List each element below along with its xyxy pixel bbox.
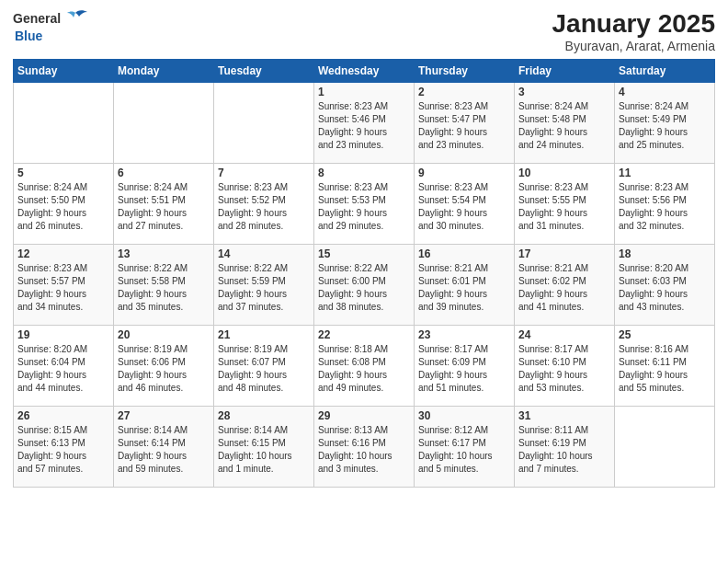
table-row: 22Sunrise: 8:18 AM Sunset: 6:08 PM Dayli… (314, 326, 415, 407)
table-row: 26Sunrise: 8:15 AM Sunset: 6:13 PM Dayli… (14, 407, 114, 488)
calendar-subtitle: Byuravan, Ararat, Armenia (552, 39, 715, 53)
day-info: Sunrise: 8:23 AM Sunset: 5:54 PM Dayligh… (418, 181, 510, 233)
day-number: 31 (518, 409, 610, 422)
day-number: 3 (518, 86, 610, 98)
day-info: Sunrise: 8:18 AM Sunset: 6:08 PM Dayligh… (318, 343, 410, 395)
table-row: 2Sunrise: 8:23 AM Sunset: 5:47 PM Daylig… (415, 83, 515, 164)
day-number: 1 (318, 86, 410, 98)
table-row (14, 83, 114, 164)
table-row: 24Sunrise: 8:17 AM Sunset: 6:10 PM Dayli… (515, 326, 615, 407)
table-row: 14Sunrise: 8:22 AM Sunset: 5:59 PM Dayli… (214, 245, 314, 326)
day-info: Sunrise: 8:22 AM Sunset: 5:59 PM Dayligh… (218, 262, 310, 314)
logo-blue: Blue (15, 29, 42, 43)
title-block: January 2025 Byuravan, Ararat, Armenia (552, 9, 715, 53)
table-row (615, 407, 715, 488)
day-info: Sunrise: 8:19 AM Sunset: 6:06 PM Dayligh… (118, 343, 210, 395)
table-row (214, 83, 314, 164)
day-info: Sunrise: 8:21 AM Sunset: 6:02 PM Dayligh… (518, 262, 610, 314)
header-sunday: Sunday (14, 60, 114, 83)
day-info: Sunrise: 8:23 AM Sunset: 5:55 PM Dayligh… (518, 181, 610, 233)
day-info: Sunrise: 8:24 AM Sunset: 5:49 PM Dayligh… (619, 100, 711, 152)
table-row: 31Sunrise: 8:11 AM Sunset: 6:19 PM Dayli… (515, 407, 615, 488)
day-number: 6 (118, 167, 210, 179)
day-number: 2 (418, 86, 510, 98)
table-row: 23Sunrise: 8:17 AM Sunset: 6:09 PM Dayli… (415, 326, 515, 407)
weekday-header-row: Sunday Monday Tuesday Wednesday Thursday… (14, 60, 715, 83)
day-info: Sunrise: 8:24 AM Sunset: 5:51 PM Dayligh… (118, 181, 210, 233)
day-info: Sunrise: 8:23 AM Sunset: 5:53 PM Dayligh… (318, 181, 410, 233)
calendar-week-row: 12Sunrise: 8:23 AM Sunset: 5:57 PM Dayli… (14, 245, 715, 326)
table-row: 13Sunrise: 8:22 AM Sunset: 5:58 PM Dayli… (114, 245, 214, 326)
table-row: 17Sunrise: 8:21 AM Sunset: 6:02 PM Dayli… (515, 245, 615, 326)
day-number: 28 (218, 409, 310, 422)
day-info: Sunrise: 8:23 AM Sunset: 5:52 PM Dayligh… (218, 181, 310, 233)
table-row: 19Sunrise: 8:20 AM Sunset: 6:04 PM Dayli… (14, 326, 114, 407)
day-info: Sunrise: 8:20 AM Sunset: 6:04 PM Dayligh… (17, 343, 109, 395)
table-row: 7Sunrise: 8:23 AM Sunset: 5:52 PM Daylig… (214, 164, 314, 245)
day-number: 5 (17, 167, 109, 179)
day-number: 15 (318, 247, 410, 260)
logo-bird-icon (63, 9, 88, 29)
day-number: 16 (418, 247, 510, 260)
header-monday: Monday (114, 60, 214, 83)
day-info: Sunrise: 8:19 AM Sunset: 6:07 PM Dayligh… (218, 343, 310, 395)
calendar-week-row: 19Sunrise: 8:20 AM Sunset: 6:04 PM Dayli… (14, 326, 715, 407)
day-number: 19 (17, 328, 109, 341)
logo-general: General (13, 12, 61, 26)
table-row: 18Sunrise: 8:20 AM Sunset: 6:03 PM Dayli… (615, 245, 715, 326)
table-row: 6Sunrise: 8:24 AM Sunset: 5:51 PM Daylig… (114, 164, 214, 245)
table-row: 9Sunrise: 8:23 AM Sunset: 5:54 PM Daylig… (415, 164, 515, 245)
table-row: 20Sunrise: 8:19 AM Sunset: 6:06 PM Dayli… (114, 326, 214, 407)
day-number: 17 (518, 247, 610, 260)
day-info: Sunrise: 8:21 AM Sunset: 6:01 PM Dayligh… (418, 262, 510, 314)
table-row: 16Sunrise: 8:21 AM Sunset: 6:01 PM Dayli… (415, 245, 515, 326)
header-tuesday: Tuesday (214, 60, 314, 83)
day-number: 11 (619, 167, 711, 179)
calendar-title: January 2025 (552, 9, 715, 39)
table-row: 1Sunrise: 8:23 AM Sunset: 5:46 PM Daylig… (314, 83, 415, 164)
day-info: Sunrise: 8:11 AM Sunset: 6:19 PM Dayligh… (518, 424, 610, 476)
day-number: 24 (518, 328, 610, 341)
day-number: 22 (318, 328, 410, 341)
day-number: 7 (218, 167, 310, 179)
day-info: Sunrise: 8:24 AM Sunset: 5:50 PM Dayligh… (17, 181, 109, 233)
table-row: 27Sunrise: 8:14 AM Sunset: 6:14 PM Dayli… (114, 407, 214, 488)
day-number: 9 (418, 167, 510, 179)
day-info: Sunrise: 8:17 AM Sunset: 6:10 PM Dayligh… (518, 343, 610, 395)
day-number: 4 (619, 86, 711, 98)
table-row: 29Sunrise: 8:13 AM Sunset: 6:16 PM Dayli… (314, 407, 415, 488)
day-info: Sunrise: 8:17 AM Sunset: 6:09 PM Dayligh… (418, 343, 510, 395)
day-info: Sunrise: 8:20 AM Sunset: 6:03 PM Dayligh… (619, 262, 711, 314)
day-number: 26 (17, 409, 109, 422)
header-wednesday: Wednesday (314, 60, 415, 83)
table-row: 25Sunrise: 8:16 AM Sunset: 6:11 PM Dayli… (615, 326, 715, 407)
day-info: Sunrise: 8:24 AM Sunset: 5:48 PM Dayligh… (518, 100, 610, 152)
day-number: 20 (118, 328, 210, 341)
day-number: 13 (118, 247, 210, 260)
calendar-week-row: 5Sunrise: 8:24 AM Sunset: 5:50 PM Daylig… (14, 164, 715, 245)
header-thursday: Thursday (415, 60, 515, 83)
table-row: 5Sunrise: 8:24 AM Sunset: 5:50 PM Daylig… (14, 164, 114, 245)
day-number: 21 (218, 328, 310, 341)
header-friday: Friday (515, 60, 615, 83)
table-row: 8Sunrise: 8:23 AM Sunset: 5:53 PM Daylig… (314, 164, 415, 245)
day-info: Sunrise: 8:23 AM Sunset: 5:56 PM Dayligh… (619, 181, 711, 233)
table-row: 30Sunrise: 8:12 AM Sunset: 6:17 PM Dayli… (415, 407, 515, 488)
table-row: 12Sunrise: 8:23 AM Sunset: 5:57 PM Dayli… (14, 245, 114, 326)
calendar-table: Sunday Monday Tuesday Wednesday Thursday… (13, 59, 715, 488)
day-number: 25 (619, 328, 711, 341)
table-row: 11Sunrise: 8:23 AM Sunset: 5:56 PM Dayli… (615, 164, 715, 245)
table-row: 3Sunrise: 8:24 AM Sunset: 5:48 PM Daylig… (515, 83, 615, 164)
page-container: General Blue January 2025 Byuravan, Arar… (0, 0, 728, 497)
day-info: Sunrise: 8:14 AM Sunset: 6:15 PM Dayligh… (218, 424, 310, 476)
day-number: 10 (518, 167, 610, 179)
day-number: 14 (218, 247, 310, 260)
table-row: 21Sunrise: 8:19 AM Sunset: 6:07 PM Dayli… (214, 326, 314, 407)
table-row: 15Sunrise: 8:22 AM Sunset: 6:00 PM Dayli… (314, 245, 415, 326)
table-row (114, 83, 214, 164)
day-info: Sunrise: 8:22 AM Sunset: 5:58 PM Dayligh… (118, 262, 210, 314)
day-info: Sunrise: 8:16 AM Sunset: 6:11 PM Dayligh… (619, 343, 711, 395)
day-number: 30 (418, 409, 510, 422)
calendar-week-row: 26Sunrise: 8:15 AM Sunset: 6:13 PM Dayli… (14, 407, 715, 488)
day-info: Sunrise: 8:22 AM Sunset: 6:00 PM Dayligh… (318, 262, 410, 314)
